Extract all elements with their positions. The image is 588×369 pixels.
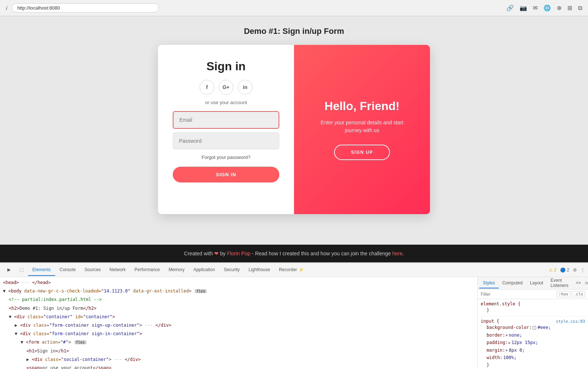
html-line[interactable]: ▼ <form action="#"> flex xyxy=(0,338,477,347)
devtools-tab-security[interactable]: Security xyxy=(219,264,244,276)
styles-content: :hov .cls element.style { } in xyxy=(478,290,588,369)
prop-name: margin: xyxy=(487,347,505,354)
html-line[interactable]: ▶ <div class="form-container sign-up-con… xyxy=(0,321,477,330)
style-rule-element: element.style { } xyxy=(478,299,588,316)
heart-icon: ❤ xyxy=(214,251,219,256)
html-line[interactable]: ▼ <div class="container" id="container"> xyxy=(0,313,477,321)
url-bar[interactable]: http://localhost:8080 xyxy=(12,3,159,13)
event-listeners-tab[interactable]: Event Listeners xyxy=(547,277,572,291)
sign-up-panel: Hello, Friend! Enter your personal detai… xyxy=(294,45,430,214)
devtools-tab-network[interactable]: Network xyxy=(105,264,130,276)
download-icon[interactable]: ⊕ xyxy=(557,4,562,11)
html-line[interactable]: <!-- partial:index.partial.html --> xyxy=(0,295,477,304)
globe-icon[interactable]: 🌐 xyxy=(544,4,551,11)
expand-icon[interactable]: ▶ xyxy=(509,340,511,346)
style-filter: :hov .cls xyxy=(478,290,588,299)
style-rule-input: input { style.css:83 background-color: #… xyxy=(478,316,588,369)
devtools-tab-elements[interactable]: Elements xyxy=(28,264,55,276)
html-line[interactable]: ▼ <body data-new-gr-c-s-check-loaded="14… xyxy=(0,287,477,295)
html-line[interactable]: ▶ <div class="social-container"> ··· </d… xyxy=(0,355,477,364)
devtools-tab-actions: ⚠ 2 🔵 2 ⚙ ⋮ xyxy=(549,267,585,273)
styles-tab[interactable]: Styles xyxy=(479,278,499,288)
prop-name: width: xyxy=(487,354,502,361)
sign-in-panel: Sign in f G+ in or use your account Forg… xyxy=(158,45,294,214)
hov-button[interactable]: :hov xyxy=(585,281,588,285)
devtools-tab-pointer[interactable]: ▶ xyxy=(3,264,15,276)
html-tree-panel[interactable]: <head> ··· </head> ▼ <body data-new-gr-c… xyxy=(0,277,478,369)
social-icons: f G+ in xyxy=(200,80,252,95)
devtools-tab-sources[interactable]: Sources xyxy=(80,264,105,276)
forgot-password-link[interactable]: Forgot your password? xyxy=(202,155,251,160)
style-selector: input { style.css:83 xyxy=(481,319,585,324)
style-source[interactable]: style.css:83 xyxy=(556,319,585,324)
devtools-tab-memory[interactable]: Memory xyxy=(164,264,189,276)
styles-tabs: Styles Computed Layout Event Listeners >… xyxy=(478,277,588,290)
prop-close: } xyxy=(481,361,585,369)
style-prop-bgcolor: background-color: #eee; xyxy=(481,324,585,331)
html-line[interactable]: ▼ <div class="form-container sign-in-con… xyxy=(0,330,477,338)
cls-filter[interactable]: .cls xyxy=(572,291,585,297)
here-link[interactable]: here xyxy=(392,251,402,256)
devtools-tab-application[interactable]: Application xyxy=(189,264,219,276)
link-icon[interactable]: 🔗 xyxy=(506,4,514,11)
or-text: or use your account xyxy=(205,100,247,105)
hello-subtitle: Enter your personal details and startjou… xyxy=(321,119,404,134)
browser-bar: i http://localhost:8080 🔗 📷 ✉ 🌐 ⊕ ⊞ ⧉ xyxy=(0,0,588,16)
password-input[interactable] xyxy=(173,132,279,149)
html-line[interactable]: <h1>Sign in</h1> xyxy=(0,347,477,355)
info-badge[interactable]: 🔵 2 xyxy=(560,267,569,273)
devtools-panel: ▶ ⬚ Elements Console Sources Network Per… xyxy=(0,262,588,369)
sign-up-button[interactable]: SIGN UP xyxy=(334,145,390,160)
selector-text: element.style { xyxy=(481,301,520,306)
prop-value: #eee; xyxy=(538,324,551,331)
html-line[interactable]: <head> ··· </head> xyxy=(0,278,477,287)
style-prop-margin: margin: ▶ 8px 0; xyxy=(481,347,585,354)
sign-in-title: Sign in xyxy=(207,60,246,73)
devtools-tab-performance[interactable]: Performance xyxy=(130,264,164,276)
browser-toolbar: 🔗 📷 ✉ 🌐 ⊕ ⊞ ⧉ xyxy=(506,4,582,11)
filter-input[interactable] xyxy=(481,292,557,297)
grid-icon[interactable]: ⊞ xyxy=(567,4,572,11)
hov-filter[interactable]: :hov xyxy=(557,291,570,297)
color-swatch[interactable] xyxy=(533,324,537,331)
split-icon[interactable]: ⧉ xyxy=(578,5,582,11)
devtools-body: <head> ··· </head> ▼ <body data-new-gr-c… xyxy=(0,277,588,369)
author-link[interactable]: Florin Pop xyxy=(227,251,251,256)
style-prop-padding: padding: ▶ 12px 15px; xyxy=(481,339,585,346)
expand-icon[interactable]: ▶ xyxy=(506,332,508,338)
email-input[interactable] xyxy=(173,111,279,129)
devtools-tabs: ▶ ⬚ Elements Console Sources Network Per… xyxy=(0,263,588,277)
prop-name: padding: xyxy=(487,339,508,346)
prop-value: 100%; xyxy=(503,354,516,361)
warning-badge[interactable]: ⚠ 2 xyxy=(549,267,556,273)
devtools-tab-recorder[interactable]: Recorder ⚡ xyxy=(275,264,308,276)
style-prop-border: border: ▶ none; xyxy=(481,331,585,339)
more-icon[interactable]: ⋮ xyxy=(581,267,585,273)
devtools-tab-inspect[interactable]: ⬚ xyxy=(15,264,28,276)
prop-name: background-color: xyxy=(487,324,532,331)
more-tabs[interactable]: >> xyxy=(572,278,585,288)
style-selector: element.style { xyxy=(481,301,585,306)
expand-icon[interactable]: ▶ xyxy=(506,347,508,353)
html-line[interactable]: <span>or use your account</span> xyxy=(0,364,477,369)
google-button[interactable]: G+ xyxy=(219,80,233,95)
computed-tab[interactable]: Computed xyxy=(499,278,526,288)
style-prop-width: width: 100%; xyxy=(481,354,585,361)
devtools-tab-console[interactable]: Console xyxy=(55,264,80,276)
sign-in-button[interactable]: SIGN IN xyxy=(173,167,279,182)
camera-icon[interactable]: 📷 xyxy=(520,4,527,11)
devtools-tab-lighthouse[interactable]: Lighthouse xyxy=(244,264,275,276)
form-wrapper: Sign in f G+ in or use your account Forg… xyxy=(158,45,430,214)
prop-close: } xyxy=(487,306,489,314)
footer-text: Created with ❤ by Florin Pop - Read how … xyxy=(184,251,404,256)
selector-text: input { xyxy=(481,319,499,324)
layout-tab[interactable]: Layout xyxy=(526,278,547,288)
html-line[interactable]: <h2>Demo #1: Sign in/up Form</h2> xyxy=(0,304,477,313)
mail-icon[interactable]: ✉ xyxy=(533,4,538,11)
info-icon: i xyxy=(6,5,7,11)
linkedin-button[interactable]: in xyxy=(238,80,252,95)
styles-actions: :hov .cls + 📋 ⚙ ⊡ xyxy=(585,281,588,285)
settings-icon[interactable]: ⚙ xyxy=(573,267,577,273)
styles-panel: Styles Computed Layout Event Listeners >… xyxy=(478,277,588,369)
facebook-button[interactable]: f xyxy=(200,80,214,95)
